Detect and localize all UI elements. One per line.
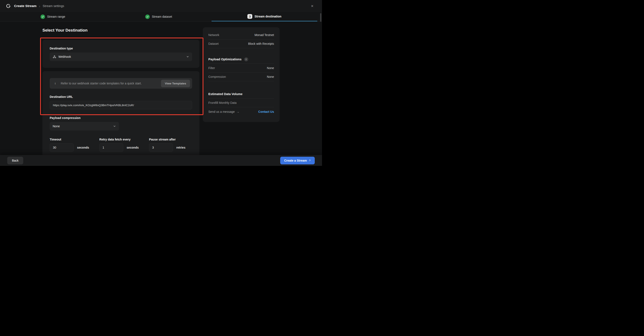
pause-input[interactable] bbox=[149, 143, 173, 152]
destination-type-card: Destination type Webhook bbox=[42, 40, 200, 68]
frontfill-row: Frontfill Monthly Data bbox=[208, 98, 274, 107]
payload-compression-field: Payload compression None bbox=[50, 116, 192, 130]
estimated-volume-title: Estimated Data Volume bbox=[208, 92, 242, 96]
pause-label: Pause stream after bbox=[149, 138, 186, 141]
network-label: Network bbox=[208, 33, 219, 37]
destination-settings-card: i Refer to our webhook starter code temp… bbox=[42, 71, 200, 155]
retry-field: Retry data fetch every seconds bbox=[99, 138, 139, 152]
close-icon[interactable]: × bbox=[310, 3, 315, 9]
check-icon bbox=[40, 14, 45, 19]
timeout-field: Timeout seconds bbox=[50, 138, 89, 152]
retry-input[interactable] bbox=[99, 143, 123, 152]
dataset-label: Dataset bbox=[208, 42, 218, 46]
contact-row: Send us a message → Contact Us bbox=[208, 107, 274, 116]
pause-field: Pause stream after retries bbox=[149, 138, 186, 152]
contact-message: Send us a message → bbox=[208, 110, 240, 114]
breadcrumb: Stream settings bbox=[43, 4, 64, 8]
retry-settings-row: Timeout seconds Retry data fetch every s… bbox=[50, 138, 192, 152]
app-logo-icon bbox=[6, 3, 11, 9]
compression-value: None bbox=[267, 75, 274, 78]
compression-row: Compression None bbox=[208, 72, 274, 81]
step-label: Stream destination bbox=[254, 15, 281, 18]
check-icon bbox=[145, 14, 150, 19]
webhook-icon bbox=[53, 55, 56, 59]
filter-row: Filter None bbox=[208, 64, 274, 72]
section-title: Select Your Destination bbox=[42, 28, 200, 32]
compression-label: Compression bbox=[208, 75, 226, 78]
payload-optimizations-title: Payload Optimizations i bbox=[208, 57, 248, 62]
payload-optimizations-text: Payload Optimizations bbox=[208, 58, 242, 61]
header: Create Stream › Stream settings × bbox=[0, 0, 322, 12]
banner-text: Refer to our webhook starter code templa… bbox=[61, 82, 142, 85]
arrow-right-icon: → bbox=[236, 110, 240, 114]
destination-type-value: Webhook bbox=[58, 55, 71, 58]
scrollbar-thumb[interactable] bbox=[320, 13, 321, 22]
footer-bar: Back Create a Stream bbox=[0, 155, 322, 166]
templates-info-banner: i Refer to our webhook starter code temp… bbox=[50, 78, 192, 89]
retry-label: Retry data fetch every bbox=[99, 138, 139, 141]
frontfill-label: Frontfill Monthly Data bbox=[208, 101, 236, 104]
timeout-input[interactable] bbox=[50, 143, 74, 152]
filter-label: Filter bbox=[208, 66, 215, 70]
pause-unit: retries bbox=[176, 146, 186, 149]
network-row: Network Monad Testnet bbox=[208, 31, 274, 40]
info-icon: i bbox=[55, 82, 56, 85]
bottom-strip bbox=[0, 166, 322, 168]
retry-unit: seconds bbox=[127, 146, 139, 149]
destination-url-label: Destination URL bbox=[50, 95, 192, 98]
step-number-badge: 3 bbox=[247, 14, 252, 19]
create-stream-page: Create Stream › Stream settings × Stream… bbox=[0, 0, 322, 168]
step-stream-dataset[interactable]: Stream dataset bbox=[106, 12, 212, 21]
payload-compression-select[interactable]: None bbox=[50, 122, 119, 130]
contact-us-link[interactable]: Contact Us bbox=[258, 110, 274, 114]
create-stream-label: Create a Stream bbox=[284, 159, 307, 162]
chevron-down-icon bbox=[113, 125, 116, 128]
payload-optimizations-row: Payload Optimizations i bbox=[208, 55, 274, 64]
contact-message-text: Send us a message bbox=[208, 110, 235, 114]
create-stream-button[interactable]: Create a Stream bbox=[280, 157, 315, 164]
payload-compression-value: None bbox=[53, 124, 60, 128]
timeout-label: Timeout bbox=[50, 138, 89, 141]
content-area: Select Your Destination Destination type… bbox=[0, 22, 322, 155]
dataset-row: Dataset Block with Receipts bbox=[208, 40, 274, 48]
chevron-down-icon bbox=[186, 55, 189, 58]
step-label: Stream dataset bbox=[152, 15, 172, 18]
step-stream-destination[interactable]: 3 Stream destination bbox=[212, 12, 317, 21]
back-button[interactable]: Back bbox=[7, 157, 23, 164]
network-value: Monad Testnet bbox=[254, 33, 274, 37]
info-icon[interactable]: i bbox=[244, 57, 248, 62]
step-label: Stream range bbox=[47, 15, 65, 18]
destination-type-label: Destination type bbox=[50, 47, 192, 50]
stream-summary-panel: Network Monad Testnet Dataset Block with… bbox=[203, 27, 280, 122]
estimated-volume-row: Estimated Data Volume bbox=[208, 90, 274, 98]
chevron-right-icon bbox=[308, 159, 311, 162]
main-column: Select Your Destination Destination type… bbox=[42, 22, 200, 155]
step-stream-range[interactable]: Stream range bbox=[0, 12, 106, 21]
step-bar: Stream range Stream dataset 3 Stream des… bbox=[0, 12, 322, 22]
payload-compression-label: Payload compression bbox=[50, 116, 192, 120]
view-templates-button[interactable]: View Templates bbox=[161, 80, 190, 87]
breadcrumb-separator: › bbox=[39, 4, 40, 8]
filter-value: None bbox=[267, 66, 274, 70]
timeout-unit: seconds bbox=[77, 146, 89, 149]
destination-url-input[interactable] bbox=[50, 101, 192, 109]
dataset-value: Block with Receipts bbox=[248, 42, 274, 46]
destination-type-select[interactable]: Webhook bbox=[50, 52, 192, 61]
page-title: Create Stream bbox=[14, 4, 36, 8]
